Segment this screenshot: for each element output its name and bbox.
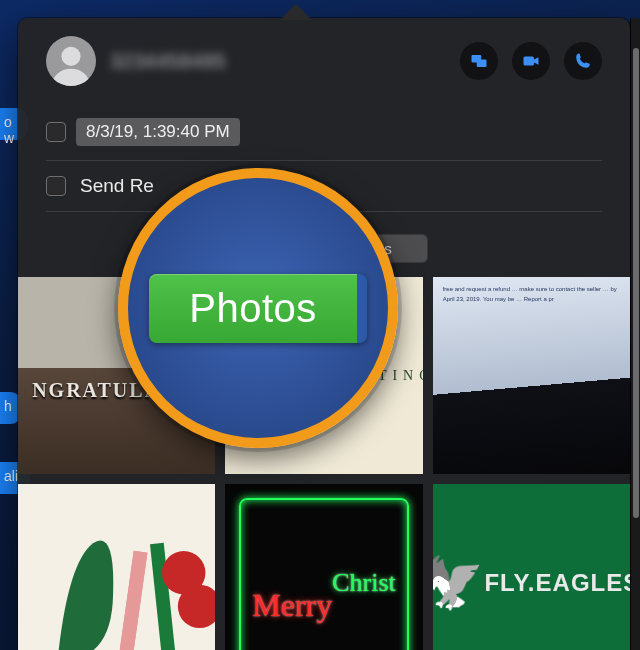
screen-share-icon bbox=[470, 52, 488, 70]
photo-thumbnail[interactable] bbox=[18, 484, 215, 650]
contact-name: 3234458485 bbox=[110, 50, 446, 73]
svg-rect-3 bbox=[524, 57, 535, 66]
photo-thumbnail[interactable]: free and request a refund … make sure to… bbox=[433, 277, 630, 474]
audio-call-button[interactable] bbox=[564, 42, 602, 80]
video-call-button[interactable] bbox=[512, 42, 550, 80]
neon-border bbox=[239, 498, 408, 650]
holiday-art-icon bbox=[18, 484, 215, 650]
video-icon bbox=[522, 52, 540, 70]
contact-header: 3234458485 bbox=[46, 36, 602, 86]
thumb-caption: REETING bbox=[333, 368, 422, 384]
phone-icon bbox=[574, 52, 592, 70]
thumb-caption: NGRATULATIC bbox=[32, 379, 201, 402]
thumb-caption: 1st bbox=[308, 363, 334, 389]
tab-photos[interactable]: Photos bbox=[220, 234, 340, 263]
send-read-receipts-row[interactable]: Send Re bbox=[46, 161, 602, 212]
thumb-caption: EAGLES bbox=[536, 569, 630, 597]
screen-share-button[interactable] bbox=[460, 42, 498, 80]
checkbox[interactable] bbox=[46, 176, 66, 196]
eagle-icon: 🦅 bbox=[433, 554, 485, 612]
avatar[interactable] bbox=[46, 36, 96, 86]
attachments-segmented-control: Photos es bbox=[46, 234, 602, 263]
popover-pointer bbox=[280, 4, 312, 20]
person-silhouette-icon bbox=[48, 40, 94, 86]
timestamp-pill[interactable]: 8/3/19, 1:39:40 PM bbox=[76, 118, 240, 146]
row-label: Send Re bbox=[80, 175, 154, 197]
svg-rect-2 bbox=[477, 60, 487, 68]
photo-thumbnail[interactable]: 🦅 FLY. EAGLES bbox=[433, 484, 630, 650]
thumb-caption: ANUARY bbox=[225, 387, 307, 403]
svg-point-0 bbox=[61, 47, 80, 66]
do-not-disturb-row[interactable]: 8/3/19, 1:39:40 PM bbox=[46, 104, 602, 161]
photo-thumbnail[interactable]: Merry Christ bbox=[225, 484, 422, 650]
scrollbar-track[interactable] bbox=[630, 18, 640, 650]
thumb-caption: FLY. bbox=[484, 569, 535, 597]
scrollbar-thumb[interactable] bbox=[633, 48, 639, 518]
thumb-caption: free and request a refund … make sure to… bbox=[443, 285, 620, 304]
annotation-photos-tab[interactable]: Photos bbox=[149, 274, 367, 343]
tab-other[interactable]: es bbox=[340, 234, 428, 263]
checkbox[interactable] bbox=[46, 122, 66, 142]
